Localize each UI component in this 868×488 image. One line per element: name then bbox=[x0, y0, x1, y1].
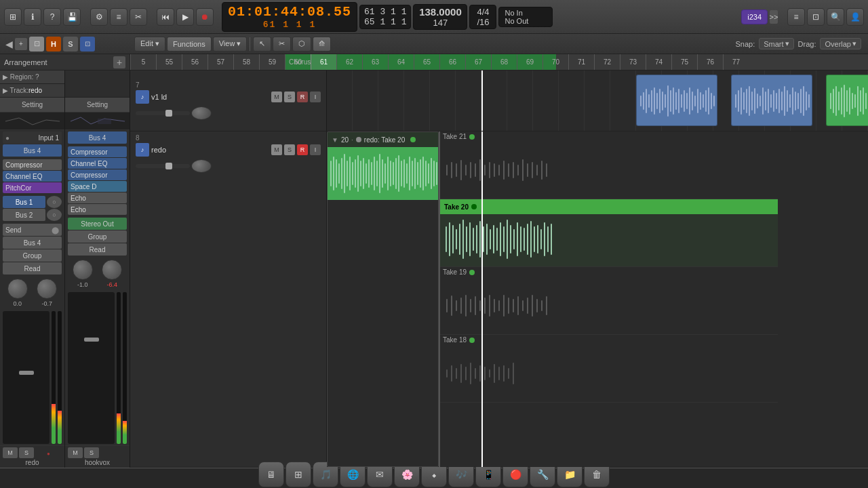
help-btn[interactable]: ? bbox=[43, 8, 61, 26]
track-icon-7[interactable]: ♪ bbox=[136, 90, 149, 104]
add-track-btn[interactable]: + bbox=[113, 56, 125, 68]
record-btn[interactable]: ⏺ bbox=[196, 8, 214, 26]
s-btn-7[interactable]: S bbox=[284, 92, 295, 102]
fx-right-5[interactable]: Echo bbox=[68, 192, 127, 203]
tb-icon4[interactable]: 👤 bbox=[846, 8, 864, 26]
s-btn[interactable]: S bbox=[63, 37, 78, 52]
snap-select[interactable]: Smart▾ bbox=[759, 38, 793, 49]
expand-btn[interactable]: >> bbox=[770, 10, 778, 24]
drag-select[interactable]: Overlap▾ bbox=[820, 38, 861, 49]
rewind-btn[interactable]: ⏮ bbox=[157, 8, 174, 26]
knob3[interactable] bbox=[73, 260, 93, 280]
sig-display[interactable]: 4/4 /16 bbox=[469, 5, 496, 29]
svg-rect-173 bbox=[534, 226, 535, 252]
svg-rect-50 bbox=[792, 87, 793, 115]
bus2-btn[interactable]: Bus 2 bbox=[3, 209, 45, 221]
view-menu[interactable]: View ▾ bbox=[213, 37, 248, 52]
clip-7-2[interactable] bbox=[731, 75, 812, 126]
s-btn-right[interactable]: S bbox=[84, 447, 99, 458]
clip-7-1[interactable] bbox=[636, 75, 717, 126]
dock-launchpad[interactable]: ⊞ bbox=[285, 462, 311, 487]
pan-knob-8[interactable] bbox=[191, 159, 212, 173]
clip-7-3[interactable] bbox=[826, 75, 868, 126]
fader-mini-7[interactable] bbox=[136, 111, 190, 115]
m-btn-7[interactable]: M bbox=[271, 92, 282, 102]
record-icon-btn[interactable]: ⊡ bbox=[29, 37, 44, 52]
add-btn[interactable]: + bbox=[15, 38, 27, 50]
bus1-btn[interactable]: Bus 1 bbox=[3, 196, 45, 208]
i-btn-7[interactable]: I bbox=[310, 92, 321, 102]
left-arrow-btn[interactable]: ◀ bbox=[5, 39, 13, 49]
stereo-out-btn[interactable]: Stereo Out bbox=[68, 218, 127, 230]
m-btn-right[interactable]: M bbox=[68, 447, 83, 458]
m-btn-8[interactable]: M bbox=[271, 144, 282, 155]
fx-right-label-1: Compressor bbox=[71, 148, 107, 156]
arr-display-btn[interactable]: ⊡ bbox=[80, 37, 95, 52]
r-btn-8[interactable]: R bbox=[297, 144, 308, 155]
svg-rect-138 bbox=[508, 163, 509, 177]
h-btn[interactable]: H bbox=[46, 37, 61, 52]
fx-right-4[interactable]: Space D bbox=[68, 181, 127, 192]
r-btn-7[interactable]: R bbox=[297, 92, 308, 102]
track-icon-8[interactable]: ♪ bbox=[136, 143, 149, 157]
tb-icon2[interactable]: ⊡ bbox=[807, 8, 825, 26]
knob2[interactable] bbox=[37, 279, 57, 299]
bus4-item-left[interactable]: Bus 4 bbox=[3, 237, 62, 249]
tool-pointer[interactable]: ↖ bbox=[253, 37, 271, 52]
play-btn[interactable]: ▶ bbox=[176, 8, 194, 26]
tb-icon3[interactable]: 🔍 bbox=[827, 8, 844, 26]
tool-rubber[interactable]: ⬡ bbox=[292, 37, 311, 52]
read-btn-left[interactable]: Read bbox=[3, 262, 62, 274]
setting-btn-right[interactable]: Setting bbox=[65, 98, 130, 113]
info-btn[interactable]: ℹ bbox=[24, 8, 41, 26]
svg-rect-194 bbox=[517, 296, 519, 315]
fx-pitchcor[interactable]: PitchCor bbox=[3, 182, 62, 193]
bus1-knob[interactable]: ○ bbox=[47, 196, 62, 208]
overview-btn[interactable]: ⊞ bbox=[4, 8, 22, 26]
fx-channel-eq[interactable]: Channel EQ bbox=[3, 171, 62, 182]
bus4-btn[interactable]: Bus 4 bbox=[3, 144, 62, 157]
svg-rect-58 bbox=[833, 89, 834, 113]
fader-mini-8[interactable] bbox=[136, 164, 190, 168]
bus4-right[interactable]: Bus 4 bbox=[68, 131, 127, 144]
m-btn-left[interactable]: M bbox=[3, 447, 18, 458]
s-btn-left[interactable]: S bbox=[19, 447, 34, 458]
scissors-btn[interactable]: ✂ bbox=[130, 8, 147, 26]
group-btn-left[interactable]: Group bbox=[3, 249, 62, 262]
pan-knob-7[interactable] bbox=[191, 106, 212, 120]
tb-icon1[interactable]: ≡ bbox=[787, 8, 805, 26]
fx-right-6[interactable]: Echo bbox=[68, 204, 127, 215]
settings-btn[interactable]: ⚙ bbox=[90, 8, 108, 26]
ruler-num-row: 5 55 56 57 58 59 60 61 62 63 64 65 66 67… bbox=[130, 54, 868, 70]
svg-rect-199 bbox=[541, 300, 542, 311]
svg-rect-161 bbox=[493, 225, 494, 253]
knob1[interactable] bbox=[7, 279, 28, 299]
tool-active[interactable]: ⟰ bbox=[313, 37, 331, 52]
save-btn[interactable]: 💾 bbox=[63, 8, 81, 26]
i-btn-8[interactable]: I bbox=[310, 144, 321, 155]
track-name-7: v1 ld bbox=[151, 93, 269, 101]
fader-right[interactable] bbox=[68, 292, 115, 444]
fx-compressor[interactable]: Compressor bbox=[3, 159, 62, 170]
s-btn-8[interactable]: S bbox=[284, 144, 295, 155]
fx-right-3[interactable]: Compressor bbox=[68, 169, 127, 180]
lcd-btn[interactable]: i234 bbox=[741, 9, 768, 24]
read-btn-right[interactable]: Read bbox=[68, 243, 127, 256]
functions-menu[interactable]: Functions bbox=[167, 37, 212, 52]
fader-left[interactable] bbox=[3, 311, 50, 444]
svg-rect-201 bbox=[446, 369, 448, 378]
meter-left bbox=[52, 311, 56, 444]
knob4[interactable] bbox=[102, 260, 122, 280]
beat-display[interactable]: 61 3 1 1 65 1 1 1 bbox=[359, 5, 411, 29]
group-btn-right[interactable]: Group bbox=[68, 230, 127, 243]
tempo-display[interactable]: 138.0000 147 bbox=[413, 4, 467, 30]
tool-pencil[interactable]: ✂ bbox=[273, 37, 291, 52]
transport-display[interactable]: 01:01:44:08.55 61 1 1 1 bbox=[222, 2, 357, 32]
dock-finder[interactable]: 🖥 bbox=[258, 462, 284, 487]
edit-menu[interactable]: Edit ▾ bbox=[134, 37, 165, 52]
bus2-knob[interactable]: ○ bbox=[47, 209, 62, 221]
fx-right-2[interactable]: Channel EQ bbox=[68, 158, 127, 169]
mixer-btn[interactable]: ≡ bbox=[110, 8, 127, 26]
fx-right-1[interactable]: Compressor bbox=[68, 146, 127, 157]
setting-btn-left[interactable]: Setting bbox=[0, 98, 64, 113]
